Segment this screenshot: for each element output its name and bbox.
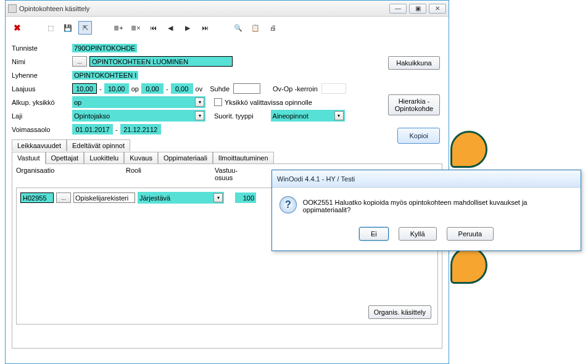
tab-edeltavat[interactable]: Edeltävät opinnot — [67, 139, 130, 151]
save-icon[interactable]: 💾 — [61, 21, 75, 35]
nav-last-icon[interactable]: ⏭ — [198, 21, 212, 35]
search-icon[interactable]: 🔍 — [231, 21, 245, 35]
tab-ilmoittautuminen[interactable]: Ilmoittautuminen — [213, 152, 274, 163]
value-tunniste: 790OPINTOKOHDE — [72, 44, 137, 52]
dialog-message: OOK2551 Haluatko kopioida myös opintokoh… — [303, 196, 573, 213]
question-icon: ? — [280, 196, 297, 213]
org-code-field[interactable] — [20, 192, 54, 203]
tab-leikkaavuudet[interactable]: Leikkaavuudet — [12, 139, 67, 151]
label-voimassaolo: Voimassaolo — [12, 126, 72, 133]
toolbar-btn-1[interactable]: ⬚ — [44, 21, 57, 35]
dash-2: - — [164, 85, 171, 93]
ovop-field[interactable] — [321, 83, 346, 94]
label-laji: Laji — [12, 112, 72, 120]
confirm-dialog: WinOodi 4.4.1 - HY / Testi ? OOK2551 Hal… — [271, 170, 581, 251]
laajuus-op-from[interactable] — [72, 83, 97, 94]
org-lookup-button[interactable]: ... — [56, 192, 71, 203]
label-nimi: Nimi — [12, 58, 72, 65]
suorit-value: Aineopinnot — [273, 112, 308, 120]
nav-add-icon[interactable]: ≣+ — [112, 21, 125, 35]
laajuus-op-to[interactable] — [104, 83, 129, 94]
kopioi-button[interactable]: Kopioi — [397, 128, 440, 144]
label-suorit: Suorit. tyyppi — [214, 112, 254, 120]
organis-kasittely-button[interactable]: Organis. käsittely — [368, 305, 431, 319]
yksikko-checkbox[interactable] — [214, 98, 222, 106]
background-graphic-top — [450, 131, 520, 174]
share-field[interactable] — [235, 192, 256, 203]
dash-1: - — [97, 85, 104, 93]
suhde-field[interactable] — [233, 83, 260, 94]
suorit-select[interactable]: Aineopinnot ▾ — [271, 110, 345, 122]
dialog-cancel-button[interactable]: Peruuta — [447, 227, 494, 241]
maximize-button[interactable]: ▣ — [409, 4, 426, 14]
chevron-down-icon: ▾ — [195, 97, 204, 107]
chevron-down-icon: ▾ — [334, 111, 344, 120]
nimi-field[interactable] — [89, 56, 233, 67]
label-suhde: Suhde — [210, 85, 230, 93]
nimi-lookup-button[interactable]: ... — [72, 56, 87, 67]
hakuikkuna-button[interactable]: Hakuikkuna — [388, 56, 440, 70]
toolbar-btn-3[interactable]: ⇱ — [78, 21, 92, 35]
unit-ov: ov — [193, 85, 205, 93]
voimassa-from[interactable] — [72, 124, 113, 134]
label-tunniste: Tunniste — [12, 44, 72, 52]
label-yksikko-check: Yksikkö valittavissa opinnolle — [225, 99, 312, 106]
tab-kuvaus[interactable]: Kuvaus — [124, 152, 158, 163]
laajuus-ov-to[interactable] — [171, 83, 193, 94]
alkup-yksikko-value: op — [74, 99, 81, 106]
tab-oppimateriaali[interactable]: Oppimateriaali — [158, 152, 213, 163]
chevron-down-icon: ▾ — [195, 111, 204, 120]
role-value: Järjestävä — [139, 194, 170, 202]
alkup-yksikko-select[interactable]: op ▾ — [72, 96, 205, 108]
label-alkup-yksikko: Alkup. yksikkö — [12, 99, 72, 106]
header-organisaatio: Organisaatio — [16, 167, 126, 181]
org-name-field[interactable]: Opiskelijarekisteri — [73, 192, 135, 203]
clipboard-icon[interactable]: 📋 — [249, 21, 262, 35]
role-select[interactable]: Järjestävä ▾ — [138, 192, 224, 204]
app-icon — [8, 4, 17, 13]
titlebar: Opintokohteen käsittely — ▣ ✕ — [6, 1, 449, 17]
tab-opettajat[interactable]: Opettajat — [46, 152, 85, 163]
laji-select[interactable]: Opintojakso ▾ — [72, 110, 205, 122]
tab-vastuut[interactable]: Vastuut — [12, 152, 46, 164]
dash-3: - — [113, 126, 120, 133]
voimassa-to[interactable] — [120, 124, 161, 134]
nav-first-icon[interactable]: ⏮ — [146, 21, 160, 35]
chevron-down-icon: ▾ — [213, 193, 223, 202]
background-graphic-bottom — [450, 247, 520, 290]
nav-next-icon[interactable]: ▶ — [181, 21, 194, 35]
header-rooli: Rooli — [126, 167, 215, 181]
laajuus-ov-from[interactable] — [141, 83, 164, 94]
label-lyhenne: Lyhenne — [12, 72, 72, 79]
form-area: Tunniste 790OPINTOKOHDE Nimi ... Lyhenne… — [6, 39, 449, 139]
laji-value: Opintojakso — [74, 112, 110, 120]
hierarkia-button[interactable]: Hierarkia - Opintokohde — [388, 94, 440, 115]
label-laajuus: Laajuus — [12, 85, 72, 93]
window-title: Opintokohteen käsittely — [19, 5, 389, 12]
nav-remove-icon[interactable]: ≣× — [129, 21, 143, 35]
tab-luokittelu[interactable]: Luokittelu — [84, 152, 124, 163]
toolbar: ✖ ⬚ 💾 ⇱ ≣+ ≣× ⏮ ◀ ▶ ⏭ 🔍 📋 🖨 — [6, 17, 449, 39]
dialog-yes-button[interactable]: Kyllä — [399, 227, 437, 241]
print-icon[interactable]: 🖨 — [266, 21, 280, 35]
delete-icon[interactable]: ✖ — [10, 21, 24, 35]
dialog-no-button[interactable]: Ei — [359, 227, 389, 241]
minimize-button[interactable]: — — [389, 4, 407, 14]
value-lyhenne: OPINTOKOHTEEN I — [72, 71, 138, 80]
nav-prev-icon[interactable]: ◀ — [164, 21, 177, 35]
dialog-title: WinOodi 4.4.1 - HY / Testi — [272, 170, 581, 188]
close-button[interactable]: ✕ — [429, 4, 446, 14]
header-vastuuosuus: Vastuu- osuus — [215, 167, 252, 181]
label-ovop: Ov-Op -kerroin — [273, 85, 318, 93]
unit-op: op — [129, 85, 141, 93]
